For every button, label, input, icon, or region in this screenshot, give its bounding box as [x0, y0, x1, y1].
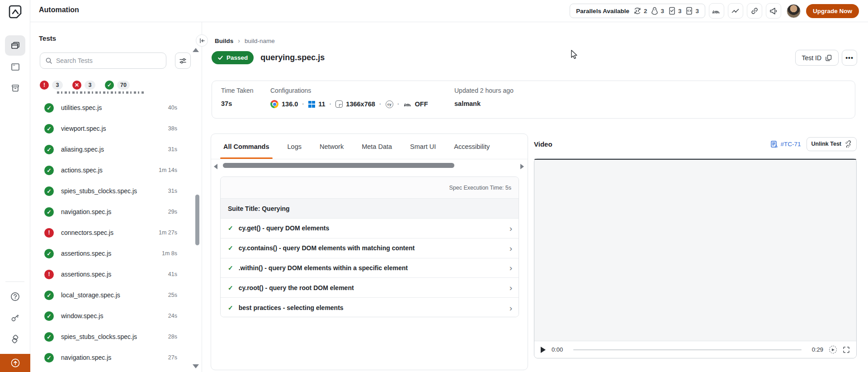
status-icon — [44, 207, 54, 217]
search-input[interactable] — [56, 57, 161, 64]
command-row[interactable]: ✓cy.root() - query the root DOM element› — [221, 278, 519, 298]
play-button[interactable] — [541, 347, 546, 353]
check-icon: ✓ — [228, 284, 233, 291]
test-list-item[interactable]: assertions.spec.js41s — [30, 264, 202, 285]
time-taken-value: 37s — [221, 100, 232, 107]
test-id-button[interactable]: Test ID — [795, 50, 839, 66]
insights-button[interactable] — [709, 3, 724, 19]
spec-title: querying.spec.js — [260, 53, 325, 62]
updated-user: salmank — [454, 100, 481, 107]
video-player[interactable]: 0:00 0:29 — [534, 158, 857, 358]
test-list-item[interactable]: utilities.spec.js40s — [30, 97, 202, 118]
chevron-right-icon: › — [509, 304, 512, 312]
test-case-icon — [770, 140, 778, 148]
scroll-left-arrow[interactable] — [214, 164, 217, 169]
chrome-icon — [270, 100, 278, 108]
test-list-item[interactable]: local_storage.spec.js25s — [30, 285, 202, 305]
tab-all-commands[interactable]: All Commands — [223, 134, 269, 159]
rail-archive-icon[interactable] — [5, 78, 25, 98]
test-list-item[interactable]: window.spec.js24s — [30, 305, 202, 326]
filter-chip-passed[interactable]: ✓ 70 — [105, 81, 130, 90]
test-list-item[interactable]: navigation.spec.js27s — [30, 347, 202, 368]
key-icon[interactable] — [5, 308, 25, 328]
test-list-item[interactable]: aliasing.spec.js31s — [30, 139, 202, 160]
test-list-item[interactable]: assertions.spec.js1m 8s — [30, 243, 202, 264]
test-case-link[interactable]: #TC-71 — [770, 140, 801, 148]
fullscreen-icon — [843, 346, 850, 353]
rail-builds-icon[interactable] — [5, 35, 25, 56]
status-icon — [44, 166, 54, 175]
seek-bar[interactable] — [573, 349, 801, 350]
breadcrumb-builds-link[interactable]: Builds — [215, 38, 233, 44]
test-list-item[interactable]: spies_stubs_clocks.spec.js28s — [30, 326, 202, 347]
parallels-available-badge: Parallels Available 2 3 3 3 — [570, 4, 705, 18]
scroll-right-arrow[interactable] — [520, 164, 524, 169]
command-row[interactable]: ✓cy.get() - query DOM elements› — [221, 219, 519, 238]
scrollbar-thumb[interactable] — [223, 163, 454, 168]
filter-chip-failed[interactable]: ✕ 3 — [72, 81, 95, 90]
windows-icon — [308, 101, 315, 108]
trend-chart-icon — [731, 7, 740, 15]
link-button[interactable] — [747, 3, 762, 19]
tab-smart-ui[interactable]: Smart UI — [410, 134, 436, 159]
command-row[interactable]: ✓best practices - selecting elements› — [221, 298, 519, 317]
check-icon: ✓ — [228, 264, 233, 272]
collapse-panel-button[interactable] — [196, 34, 208, 47]
collapse-left-icon — [199, 38, 205, 44]
rail-sessions-icon[interactable] — [5, 57, 25, 77]
test-list-item[interactable]: spies_stubs_clocks.spec.js31s — [30, 181, 202, 201]
status-icon — [44, 311, 54, 321]
status-filter-chips: ! 3 ✕ 3 ✓ 70 — [40, 81, 130, 90]
video-title: Video — [534, 140, 552, 148]
total-duration: 0:29 — [812, 346, 823, 353]
test-info-card: Time Taken 37s Configurations 136.0 11 1… — [212, 81, 855, 119]
help-icon[interactable] — [5, 286, 25, 307]
current-time: 0:00 — [552, 346, 563, 353]
commands-card: All Commands Logs Network Meta Data Smar… — [211, 134, 528, 370]
app-logo-icon[interactable] — [7, 4, 23, 20]
list-scroll-down-arrow[interactable] — [193, 364, 199, 368]
list-scroll-up-arrow[interactable] — [193, 48, 199, 52]
left-rail — [0, 0, 30, 372]
status-icon — [44, 145, 54, 154]
test-list-item[interactable]: connectors.spec.js1m 27s — [30, 222, 202, 243]
announcements-button[interactable] — [766, 3, 781, 19]
playback-speed-button[interactable] — [829, 346, 837, 353]
test-list-item[interactable]: actions.spec.js1m 14s — [30, 160, 202, 181]
command-row[interactable]: ✓.within() - query DOM elements within a… — [221, 258, 519, 278]
waves-icon — [712, 7, 721, 15]
list-scrollbar-thumb[interactable] — [195, 195, 199, 245]
filter-sliders-icon — [179, 57, 187, 65]
tab-meta-data[interactable]: Meta Data — [362, 134, 392, 159]
rail-upgrade-footer[interactable] — [0, 354, 30, 372]
tab-network[interactable]: Network — [320, 134, 344, 159]
fullscreen-button[interactable] — [843, 346, 850, 353]
tab-logs[interactable]: Logs — [288, 134, 302, 159]
unlink-test-button[interactable]: Unlink Test — [807, 137, 857, 151]
status-icon — [44, 270, 54, 279]
filter-button[interactable] — [175, 52, 191, 69]
analytics-button[interactable] — [728, 3, 743, 19]
test-list-item[interactable]: viewport.spec.js38s — [30, 118, 202, 139]
status-icon — [44, 124, 54, 134]
tests-list: utilities.spec.js40s viewport.spec.js38s… — [30, 97, 202, 372]
parallels-app: 3 — [685, 7, 699, 15]
cypress-icon: cy — [386, 100, 393, 108]
integrations-icon[interactable] — [5, 329, 25, 349]
more-actions-button[interactable]: ••• — [842, 50, 857, 66]
user-avatar[interactable] — [787, 4, 801, 18]
test-list-item[interactable]: navigation.spec.js29s — [30, 201, 202, 222]
status-icon — [44, 332, 54, 342]
upgrade-now-button[interactable]: Upgrade Now — [806, 4, 859, 18]
os-version: 11 — [318, 100, 325, 108]
filter-chip-error[interactable]: ! 3 — [40, 81, 63, 90]
command-row[interactable]: ✓cy.contains() - query DOM elements with… — [221, 238, 519, 258]
unlink-icon — [844, 140, 852, 148]
check-icon: ✓ — [228, 244, 233, 252]
dot-separator — [378, 100, 382, 108]
tab-accessibility[interactable]: Accessibility — [454, 134, 490, 159]
horizontal-scrollbar — [211, 161, 528, 172]
passed-icon: ✓ — [105, 81, 114, 90]
web-automation-icon — [633, 7, 642, 15]
detail-tabs: All Commands Logs Network Meta Data Smar… — [211, 134, 528, 159]
